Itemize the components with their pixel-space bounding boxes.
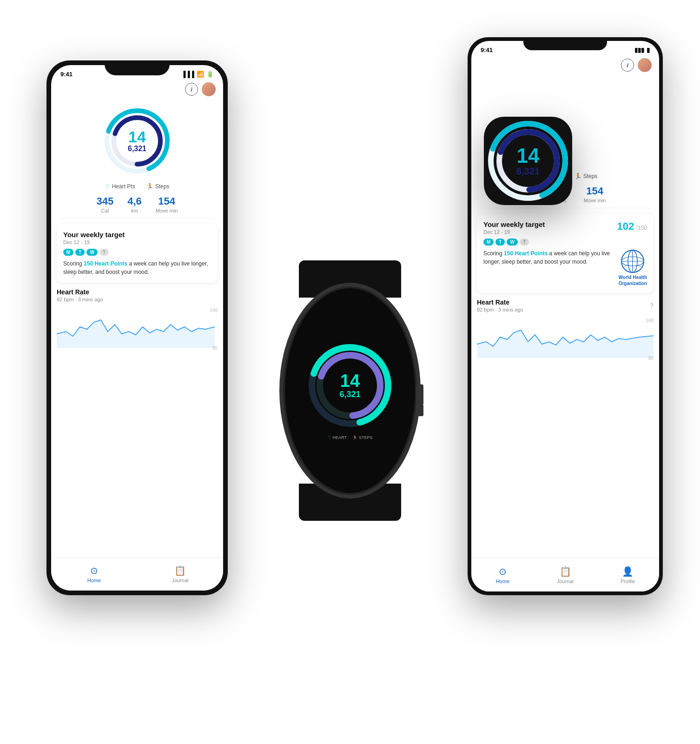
right-hr-text: Heart Rate 82 bpm · 3 mins ago <box>477 299 523 312</box>
left-ring-main: 14 <box>128 129 146 145</box>
battery-icon: 🔋 <box>206 71 214 78</box>
smartwatch: 14 6,321 ♡ HEART 🏃 STEPS <box>276 260 424 521</box>
who-logo-area: World HealthOrganization <box>619 249 647 286</box>
left-nav-home[interactable]: ⊙ Home <box>51 558 137 591</box>
right-nav-journal[interactable]: 📋 Journal <box>534 558 597 591</box>
watch-center-text: 14 6,321 <box>339 372 360 399</box>
right-app-content: 9:41 ▮▮▮ ▮ i <box>471 41 659 591</box>
signal-icon: ▐▐▐ <box>181 71 194 78</box>
right-avatar[interactable] <box>638 58 652 72</box>
home-icon: ⊙ <box>90 565 98 576</box>
left-hr-header: Heart Rate 82 bpm · 3 mins ago <box>57 288 218 302</box>
right-target-left: Your weekly target Dec 12 - 19 <box>483 220 545 235</box>
heart-pts-icon: ♡ <box>105 183 110 190</box>
right-ring-container: 14 6,321 <box>484 117 572 205</box>
watch-ring-container: 14 6,321 <box>306 341 394 430</box>
right-heart-rate: Heart Rate 82 bpm · 3 mins ago › 140 80 <box>471 293 659 363</box>
right-app-header: i <box>471 55 659 75</box>
watch-main-num: 14 <box>339 372 360 390</box>
left-divider <box>59 218 216 219</box>
left-stat-km: 4,6 km <box>127 195 142 213</box>
right-chart-labels: 140 80 <box>640 316 654 363</box>
journal-icon: 📋 <box>174 565 186 576</box>
right-profile-icon: 👤 <box>622 566 634 577</box>
left-app-header: i <box>51 80 223 99</box>
left-target-highlight: 150 Heart Points <box>84 260 127 267</box>
right-steps-icon: 🏃 <box>575 173 581 179</box>
who-text: World HealthOrganization <box>619 274 647 286</box>
watch-labels: ♡ HEART 🏃 STEPS <box>328 435 373 440</box>
right-status-right: ▮▮▮ ▮ <box>634 46 650 53</box>
left-day-m: M <box>63 249 73 256</box>
right-divider <box>479 208 652 208</box>
right-day-t1: T <box>495 239 505 246</box>
left-info-button[interactable]: i <box>185 83 198 96</box>
svg-marker-4 <box>57 320 215 348</box>
watch-screen: 14 6,321 ♡ HEART 🏃 STEPS <box>285 288 415 493</box>
right-target-text: Scoring 150 Heart Points a week can help… <box>483 249 615 266</box>
left-steps-label: 🏃 Steps <box>146 183 170 190</box>
right-ring-main: 14 <box>516 146 540 166</box>
left-avatar[interactable] <box>202 82 216 96</box>
left-stats-row: 345 Cal 4,6 km 154 Move min <box>51 193 223 218</box>
right-target-score-area: 102 /150 <box>617 220 647 232</box>
watch-heart-dot: ♡ <box>328 435 331 440</box>
right-chart-svg <box>477 316 654 358</box>
left-phone-screen: 9:41 ▐▐▐ 📶 🔋 i <box>51 65 223 591</box>
right-phone-screen: 9:41 ▮▮▮ ▮ i <box>471 41 659 591</box>
left-app-content: 9:41 ▐▐▐ 📶 🔋 i <box>51 65 223 591</box>
left-hr-text: Heart Rate 82 bpm · 3 mins ago <box>57 288 103 302</box>
right-ring-section: 14 6,321 <box>471 75 659 170</box>
left-week-dots: M T W T <box>63 249 211 256</box>
right-target-top: Your weekly target Dec 12 - 19 102 /150 <box>483 220 647 235</box>
left-nav-journal[interactable]: 📋 Journal <box>137 558 223 591</box>
right-info-button[interactable]: i <box>621 59 634 72</box>
right-battery-icon: ▮ <box>647 46 650 53</box>
right-nav-profile[interactable]: 👤 Profile <box>596 558 659 591</box>
right-phone: 9:41 ▮▮▮ ▮ i <box>468 37 663 595</box>
right-stat-move: 154 Move min <box>584 185 606 203</box>
left-ring-center: 14 6,321 <box>128 129 146 153</box>
left-target-text: Scoring 150 Heart Points a week can help… <box>63 259 211 276</box>
left-day-w: W <box>86 249 97 256</box>
left-target-card: Your weekly target Dec 12 - 19 M T W T S… <box>57 224 218 283</box>
left-status-right: ▐▐▐ 📶 🔋 <box>181 71 214 78</box>
target-score: 102 <box>617 220 634 232</box>
right-home-icon: ⊙ <box>499 566 507 577</box>
left-chart-labels: 140 80 <box>204 306 218 352</box>
right-day-m: M <box>483 239 494 246</box>
left-day-t1: T <box>75 249 85 256</box>
left-stat-move: 154 Move min <box>156 195 178 213</box>
left-status-time: 9:41 <box>60 71 73 78</box>
left-day-t2: T <box>99 249 109 256</box>
left-heart-pts-label: ♡ Heart Pts <box>105 183 135 190</box>
right-hr-header: Heart Rate 82 bpm · 3 mins ago › <box>477 299 654 312</box>
right-week-dots: M T W T <box>483 239 647 246</box>
right-nav-home[interactable]: ⊙ Home <box>471 558 534 591</box>
left-chart-svg <box>57 306 215 348</box>
left-bottom-nav: ⊙ Home 📋 Journal <box>51 557 223 591</box>
watch-button <box>417 405 423 416</box>
camera-bar <box>523 37 607 50</box>
left-ring-container: 14 6,321 <box>100 104 174 178</box>
left-heart-rate: Heart Rate 82 bpm · 3 mins ago 140 80 <box>51 283 223 352</box>
right-steps: 🏃 Steps <box>575 173 598 179</box>
svg-marker-14 <box>477 330 654 358</box>
watch-steps-label: 🏃 STEPS <box>352 435 373 440</box>
steps-icon: 🏃 <box>146 183 153 190</box>
right-ring-sub: 6,321 <box>516 166 540 177</box>
right-journal-icon: 📋 <box>560 566 571 577</box>
left-stat-cal: 345 Cal <box>97 195 114 213</box>
watch-steps-dot: 🏃 <box>352 435 357 440</box>
watch-heart-label: ♡ HEART <box>328 435 347 440</box>
left-phone: 9:41 ▐▐▐ 📶 🔋 i <box>46 60 228 595</box>
right-ring-center: 14 6,321 <box>516 146 540 177</box>
scene: 9:41 ▐▐▐ 📶 🔋 i <box>0 0 700 744</box>
right-target-bottom: Scoring 150 Heart Points a week can help… <box>483 249 647 286</box>
right-target-card: Your weekly target Dec 12 - 19 102 /150 … <box>477 214 654 293</box>
right-highlight: 150 Heart Points <box>504 250 548 257</box>
watch-sub-num: 6,321 <box>339 390 360 399</box>
right-hr-arrow[interactable]: › <box>650 299 654 309</box>
left-chart: 140 80 <box>57 306 218 352</box>
target-score-sub: /150 <box>636 225 647 231</box>
